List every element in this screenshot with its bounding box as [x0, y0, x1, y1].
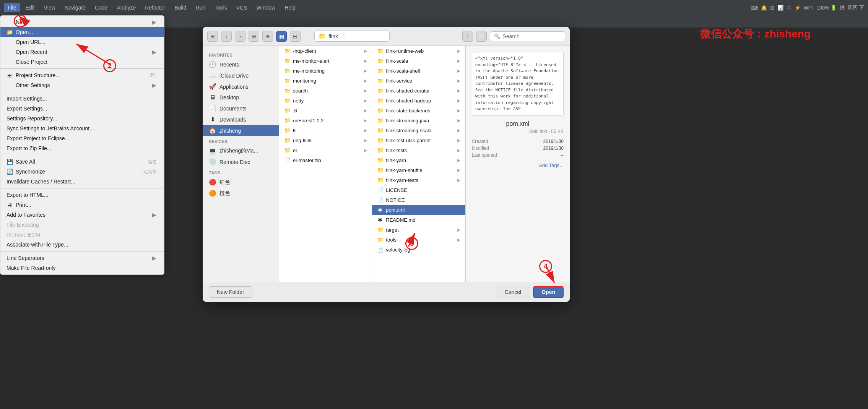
list-item[interactable]: 📄velocity.log	[372, 245, 465, 255]
list-item[interactable]: 📁.6▶	[279, 105, 372, 115]
menu-project-structure[interactable]: ⊞ Project Structure... ⌘;	[0, 70, 164, 80]
list-item[interactable]: 📁ls▶	[279, 125, 372, 135]
cancel-button[interactable]: Cancel	[497, 286, 530, 298]
menu-item-tools[interactable]: Tools	[211, 3, 231, 12]
menu-item-navigate[interactable]: Navigate	[61, 3, 89, 12]
sidebar-item-zhisheng[interactable]: 🏠 zhisheng	[203, 125, 279, 136]
menu-add-to-favorites[interactable]: Add to Favorites ▶	[0, 210, 164, 220]
forward-btn[interactable]: ›	[235, 31, 245, 42]
list-view-btn[interactable]: ≡	[262, 31, 273, 42]
preview-xml-content: <?xml version="1.0" encoding="UTF-8"?> <…	[472, 52, 564, 116]
location-bar[interactable]: 📁 flink ⌃	[314, 31, 390, 42]
menu-open-url[interactable]: Open URL...	[0, 37, 164, 47]
menu-export-eclipse[interactable]: Export Project to Eclipse...	[0, 133, 164, 143]
sidebar-item-red-tag[interactable]: 🔴 红色	[203, 177, 279, 188]
menu-synchronize[interactable]: 🔄 Synchronize ⌥⌘Y	[0, 167, 164, 177]
sidebar-item-orange-tag[interactable]: 🟠 橙色	[203, 188, 279, 199]
sidebar-item-recents[interactable]: 🕐 Recents	[203, 59, 279, 70]
list-item[interactable]: 📁flink-test-utils-parent▶	[372, 135, 465, 145]
menu-import-settings[interactable]: Import Settings...	[0, 94, 164, 104]
icon-view-btn[interactable]: ⊞	[249, 31, 259, 42]
menu-item-code[interactable]: Code	[91, 3, 111, 12]
list-item[interactable]: 📄el-master.zip	[279, 155, 372, 165]
sidebar-item-icloud[interactable]: ☁️ iCloud Drive	[203, 70, 279, 81]
sidebar-item-documents[interactable]: 📄 Documents	[203, 103, 279, 114]
list-item[interactable]: 📁flink-scala-shell▶	[372, 66, 465, 76]
sidebar-item-applications[interactable]: 🚀 Applications	[203, 81, 279, 92]
separator-2	[0, 92, 164, 92]
sidebar-item-desktop[interactable]: 🖥 Desktop	[203, 92, 279, 103]
list-item[interactable]: 📄LICENSE	[372, 185, 465, 195]
list-item[interactable]: 📁flink-yarn-shuffle▶	[372, 165, 465, 175]
list-item[interactable]: 📁flink-yarn-tests▶	[372, 175, 465, 185]
menu-item-vcs[interactable]: VCS	[232, 3, 251, 12]
back-btn[interactable]: ‹	[221, 31, 232, 42]
list-item[interactable]: 📁flink-state-backends▶	[372, 105, 465, 115]
list-item[interactable]: 📁search▶	[279, 86, 372, 96]
menu-item-edit[interactable]: Edit	[22, 3, 39, 12]
new-folder-button[interactable]: New Folder	[209, 286, 252, 298]
menu-export-zip[interactable]: Export to Zip File...	[0, 143, 164, 153]
menu-item-run[interactable]: Run	[192, 3, 209, 12]
menu-open[interactable]: 📁 Open...	[0, 27, 164, 37]
list-item-pom[interactable]: ✱pom.xml	[372, 205, 465, 215]
menu-item-build[interactable]: Build	[171, 3, 190, 12]
list-item[interactable]: 📁flink-streaming-java▶	[372, 115, 465, 125]
share-btn[interactable]: ↑	[462, 31, 473, 42]
menu-item-analyze[interactable]: Analyze	[113, 3, 140, 12]
list-item[interactable]: 📁target▶	[372, 225, 465, 235]
list-item[interactable]: 📁flink-yarn▶	[372, 155, 465, 165]
list-item[interactable]: ✱README.md	[372, 215, 465, 225]
column-view-btn[interactable]: ▦	[276, 31, 287, 42]
list-item[interactable]: 📁ring-flink▶	[279, 135, 372, 145]
list-item[interactable]: 📁flink-shaded-curator▶	[372, 86, 465, 96]
search-input[interactable]	[502, 33, 561, 39]
sidebar-item-downloads[interactable]: ⬇ Downloads	[203, 114, 279, 125]
list-item[interactable]: 📁me-monitoring▶	[279, 66, 372, 76]
menu-make-read-only[interactable]: Make File Read-only	[0, 263, 164, 273]
folder-icon: 📁	[284, 78, 291, 84]
list-item[interactable]: 📁flink-runtime-web▶	[372, 46, 465, 56]
menu-sync-settings[interactable]: Sync Settings to JetBrains Account...	[0, 123, 164, 133]
list-item[interactable]: 📄NOTICE	[372, 195, 465, 205]
search-bar[interactable]: 🔍	[490, 31, 565, 41]
menu-item-file[interactable]: File	[4, 3, 20, 12]
sidebar-item-mac[interactable]: 💻 zhisheng的Ma...	[203, 145, 279, 156]
menu-associate-file-type[interactable]: Associate with File Type...	[0, 240, 164, 250]
list-item[interactable]: 📁netty▶	[279, 96, 372, 105]
list-item[interactable]: 📁me-monitor-alert▶	[279, 56, 372, 66]
list-item[interactable]: 📁el▶	[279, 145, 372, 155]
menu-save-all[interactable]: 💾 Save All ⌘S	[0, 157, 164, 167]
battery-status: 100% 🔋	[817, 5, 837, 11]
list-item[interactable]: 📁tools▶	[372, 235, 465, 245]
menu-settings-repository-label: Settings Repository...	[7, 115, 57, 122]
menu-open-recent[interactable]: Open Recent ▶	[0, 47, 164, 57]
menu-settings-repository[interactable]: Settings Repository...	[0, 114, 164, 123]
list-item[interactable]: 📁-http-client▶	[279, 46, 372, 56]
action-btn[interactable]: ⬜	[476, 31, 487, 42]
menu-close-project[interactable]: Close Project	[0, 57, 164, 67]
menu-item-window[interactable]: Window	[253, 3, 280, 12]
list-item[interactable]: 📁flink-service▶	[372, 76, 465, 86]
menu-line-separators[interactable]: Line Separators ▶	[0, 253, 164, 263]
menu-invalidate-caches[interactable]: Invalidate Caches / Restart...	[0, 177, 164, 187]
menu-export-html[interactable]: Export to HTML...	[0, 190, 164, 200]
menu-item-view[interactable]: View	[40, 3, 59, 12]
list-item[interactable]: 📁flink-streaming-scala▶	[372, 125, 465, 135]
list-item[interactable]: 📁flink-scala▶	[372, 56, 465, 66]
menu-export-settings[interactable]: Export Settings...	[0, 104, 164, 114]
list-item[interactable]: 📁flink-tests▶	[372, 145, 465, 155]
menu-print[interactable]: 🖨 Print...	[0, 200, 164, 210]
list-item[interactable]: 📁onForest1.0.2▶	[279, 115, 372, 125]
add-tags-btn[interactable]: Add Tags...	[472, 162, 564, 168]
menu-item-refactor[interactable]: Refactor	[141, 3, 169, 12]
gallery-view-btn[interactable]: ⊟	[290, 31, 301, 42]
menu-item-help[interactable]: Help	[281, 3, 299, 12]
list-item[interactable]: 📁monitoring▶	[279, 76, 372, 86]
menu-other-settings[interactable]: Other Settings ▶	[0, 80, 164, 90]
arrow-icon: ▶	[364, 108, 367, 113]
list-item[interactable]: 📁flink-shaded-hadoop▶	[372, 96, 465, 105]
sidebar-toggle-btn[interactable]: ⊞	[207, 31, 218, 42]
open-button[interactable]: Open	[533, 286, 564, 298]
sidebar-item-remote-disc[interactable]: 💿 Remote Disc	[203, 156, 279, 167]
